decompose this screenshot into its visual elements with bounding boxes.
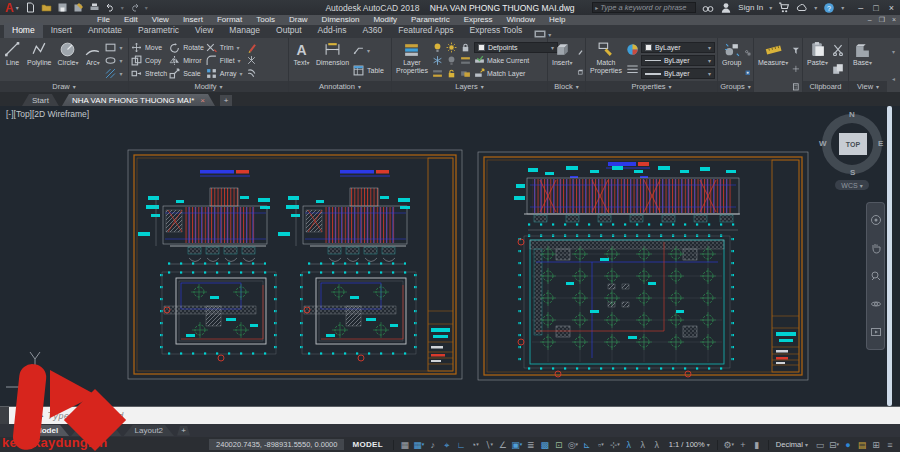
circle-tool[interactable]: Circle: [56, 40, 81, 81]
line-tool[interactable]: Line: [2, 40, 23, 81]
chevron-down-icon[interactable]: ▾: [769, 4, 772, 11]
tab-manage[interactable]: Manage: [221, 23, 268, 38]
table-tool[interactable]: Table: [353, 64, 384, 77]
chevron-down-icon[interactable]: ▾: [548, 31, 551, 38]
layer-unlock-icon[interactable]: [446, 68, 457, 79]
tab-insert[interactable]: Insert: [43, 23, 80, 38]
explode-icon[interactable]: [246, 55, 257, 66]
chevron-down-icon[interactable]: ▾: [119, 57, 122, 64]
list-icon[interactable]: [626, 61, 639, 79]
doc-restore-button[interactable]: ❐: [879, 16, 885, 24]
new-drawing-tab-button[interactable]: +: [220, 95, 232, 106]
fillet-tool[interactable]: Fillet▾: [206, 54, 243, 67]
model-space-button[interactable]: MODEL: [346, 440, 388, 449]
scale-tool[interactable]: Scale: [169, 67, 204, 80]
sign-in-button[interactable]: Sign In: [738, 3, 763, 12]
ellipse-icon[interactable]: [105, 55, 116, 66]
edit-attributes-icon[interactable]: [577, 42, 583, 60]
transparency-icon[interactable]: ▩: [538, 438, 552, 452]
group-edit-icon[interactable]: [745, 61, 751, 79]
viewcube-south[interactable]: S: [850, 168, 855, 177]
ungroup-icon[interactable]: [745, 42, 751, 60]
panel-label-annotation[interactable]: Annotation: [289, 81, 391, 92]
doc-close-button[interactable]: ×: [892, 16, 896, 24]
polyline-tool[interactable]: Polyline: [25, 40, 54, 81]
annotation-scale-icon[interactable]: λ: [650, 438, 664, 452]
3d-object-snap-icon[interactable]: ◎▾: [566, 438, 580, 452]
search-input[interactable]: [600, 3, 693, 12]
arc-tool[interactable]: Arc: [82, 40, 103, 81]
tab-view[interactable]: View: [187, 23, 221, 38]
redo-icon[interactable]: [129, 2, 140, 13]
layer-walk-icon[interactable]: [432, 68, 443, 79]
pan-hand-icon[interactable]: [870, 242, 882, 254]
linetype-dropdown[interactable]: ByLayer ▾: [641, 55, 715, 66]
insert-tool[interactable]: Insert: [550, 40, 575, 81]
user-icon[interactable]: [720, 2, 732, 13]
chevron-down-icon[interactable]: ▾: [119, 44, 122, 51]
offset-icon[interactable]: [246, 68, 257, 79]
object-snap-icon[interactable]: ▣▾: [510, 438, 524, 452]
panel-label-groups[interactable]: Groups: [718, 81, 753, 92]
help-icon[interactable]: ?: [823, 2, 835, 13]
annotation-visibility-icon[interactable]: λ: [622, 438, 636, 452]
annotation-scale-dropdown[interactable]: 1:1 / 100% ▾: [666, 440, 713, 449]
hardware-acceleration-icon[interactable]: ●: [841, 438, 855, 452]
tab-a360[interactable]: A360: [354, 23, 390, 38]
tab-express-tools[interactable]: Express Tools: [462, 23, 531, 38]
measure-tool[interactable]: Measure: [756, 40, 790, 96]
rectangle-icon[interactable]: [105, 42, 116, 53]
chevron-down-icon[interactable]: ▾: [119, 70, 122, 77]
viewport-controls[interactable]: [-][Top][2D Wireframe]: [6, 109, 89, 119]
ribbon-overflow[interactable]: ▾◂: [887, 38, 900, 92]
plot-icon[interactable]: [89, 2, 100, 13]
wcs-dropdown[interactable]: WCS▾: [835, 180, 869, 190]
dynamic-input-icon[interactable]: ⌖: [440, 438, 454, 452]
undo-icon[interactable]: [105, 2, 116, 13]
customize-plus-icon[interactable]: +: [736, 438, 750, 452]
layer-on-bulb-icon[interactable]: [432, 42, 443, 53]
new-file-icon[interactable]: [25, 2, 36, 13]
polar-tracking-icon[interactable]: ◔▾: [468, 438, 482, 452]
cut-icon[interactable]: [832, 42, 844, 60]
navigation-wheel-icon[interactable]: [870, 214, 882, 226]
layer-dropdown[interactable]: Defpoints ▾: [474, 42, 558, 53]
mirror-tool[interactable]: Mirror: [169, 54, 204, 67]
gizmo-icon[interactable]: ⊹▾: [608, 438, 622, 452]
viewcube-east[interactable]: E: [878, 139, 883, 148]
move-tool[interactable]: Move: [131, 41, 167, 54]
point-icon[interactable]: [792, 59, 800, 77]
dimension-tool[interactable]: Dimension: [314, 40, 351, 81]
copy-clip-icon[interactable]: [832, 61, 844, 79]
close-tab-icon[interactable]: ×: [200, 96, 205, 105]
tab-featured-apps[interactable]: Featured Apps: [390, 23, 461, 38]
new-layout-button[interactable]: +: [177, 426, 190, 436]
object-snap-tracking-icon[interactable]: ∠: [496, 438, 510, 452]
panel-label-clipboard[interactable]: Clipboard: [803, 81, 848, 92]
tab-add-ins[interactable]: Add-ins: [310, 23, 355, 38]
viewcube-west[interactable]: W: [819, 139, 827, 148]
copy-tool[interactable]: Copy: [131, 54, 167, 67]
chevron-down-icon[interactable]: ▾: [814, 4, 817, 11]
create-block-icon[interactable]: [577, 61, 583, 79]
a360-cloud-icon[interactable]: [796, 2, 808, 13]
tab-annotate[interactable]: Annotate: [80, 23, 130, 38]
zoom-icon[interactable]: [870, 270, 882, 282]
status-tray-icon[interactable]: ⊟▾: [827, 438, 841, 452]
ribbon-display-toggle-icon[interactable]: ▾: [534, 30, 551, 38]
match-layer-tool[interactable]: Match Layer: [474, 67, 526, 80]
layer-properties-tool[interactable]: Layer Properties: [394, 40, 430, 81]
layer-lock-icon[interactable]: [460, 42, 471, 53]
viewcube-top-face[interactable]: TOP: [839, 133, 867, 155]
selection-filter-icon[interactable]: ▫▾: [594, 438, 608, 452]
showmotion-icon[interactable]: [870, 326, 882, 338]
ortho-icon[interactable]: ∟: [454, 438, 468, 452]
rotate-tool[interactable]: Rotate: [169, 41, 204, 54]
close-button[interactable]: ×: [889, 3, 894, 13]
color-dropdown[interactable]: ByLayer ▾: [641, 42, 715, 53]
units-dropdown[interactable]: Decimal ▾: [773, 440, 811, 449]
units-icon[interactable]: ▭: [813, 438, 827, 452]
make-current-tool[interactable]: Make Current: [474, 54, 529, 67]
text-tool[interactable]: A Text: [291, 40, 312, 81]
menu-help[interactable]: Help: [542, 15, 572, 25]
